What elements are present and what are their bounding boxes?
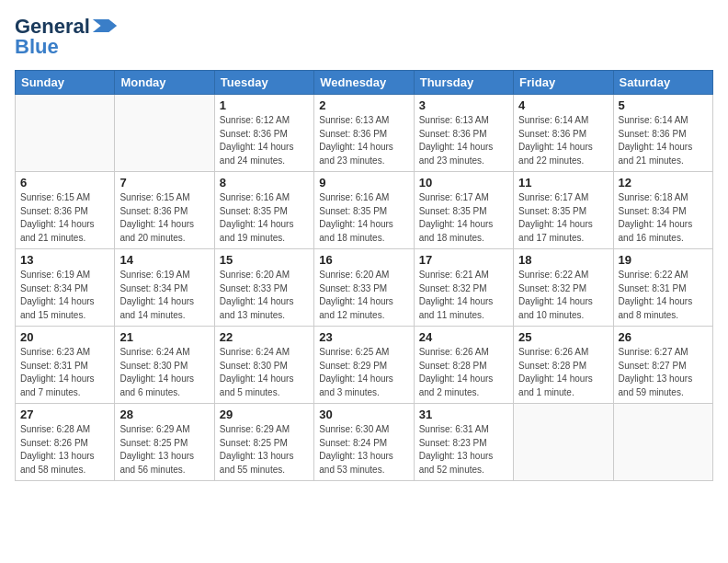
calendar-cell: 23Sunrise: 6:25 AM Sunset: 8:29 PM Dayli… xyxy=(314,327,414,404)
day-number: 29 xyxy=(220,408,309,421)
calendar-cell: 29Sunrise: 6:29 AM Sunset: 8:25 PM Dayli… xyxy=(214,404,313,481)
logo-arrow-icon xyxy=(92,19,118,32)
week-row-4: 20Sunrise: 6:23 AM Sunset: 8:31 PM Dayli… xyxy=(16,327,713,404)
day-info: Sunrise: 6:16 AM Sunset: 8:35 PM Dayligh… xyxy=(319,191,408,245)
weekday-header-wednesday: Wednesday xyxy=(314,71,414,95)
day-number: 22 xyxy=(220,330,309,344)
calendar-cell xyxy=(115,95,214,172)
calendar-cell: 8Sunrise: 6:16 AM Sunset: 8:35 PM Daylig… xyxy=(214,172,313,249)
day-number: 7 xyxy=(119,176,209,190)
day-number: 30 xyxy=(319,408,408,421)
day-number: 18 xyxy=(518,253,608,267)
day-number: 31 xyxy=(419,408,508,421)
calendar-cell: 25Sunrise: 6:26 AM Sunset: 8:28 PM Dayli… xyxy=(514,327,613,404)
calendar-cell: 17Sunrise: 6:21 AM Sunset: 8:32 PM Dayli… xyxy=(414,249,513,327)
calendar-cell: 4Sunrise: 6:14 AM Sunset: 8:36 PM Daylig… xyxy=(514,95,613,172)
calendar-cell: 10Sunrise: 6:17 AM Sunset: 8:35 PM Dayli… xyxy=(414,172,513,249)
weekday-header-friday: Friday xyxy=(514,71,613,95)
day-number: 5 xyxy=(619,98,708,112)
calendar-cell xyxy=(613,404,712,481)
day-info: Sunrise: 6:19 AM Sunset: 8:34 PM Dayligh… xyxy=(119,269,209,322)
calendar-cell: 6Sunrise: 6:15 AM Sunset: 8:36 PM Daylig… xyxy=(16,172,115,249)
day-info: Sunrise: 6:18 AM Sunset: 8:34 PM Dayligh… xyxy=(619,191,708,245)
day-number: 14 xyxy=(119,253,209,267)
weekday-header-monday: Monday xyxy=(115,71,214,95)
day-info: Sunrise: 6:17 AM Sunset: 8:35 PM Dayligh… xyxy=(518,191,608,245)
day-info: Sunrise: 6:26 AM Sunset: 8:28 PM Dayligh… xyxy=(518,346,608,399)
day-info: Sunrise: 6:26 AM Sunset: 8:28 PM Dayligh… xyxy=(419,346,508,399)
day-info: Sunrise: 6:20 AM Sunset: 8:33 PM Dayligh… xyxy=(220,269,309,322)
day-info: Sunrise: 6:15 AM Sunset: 8:36 PM Dayligh… xyxy=(20,191,109,245)
day-info: Sunrise: 6:29 AM Sunset: 8:25 PM Dayligh… xyxy=(220,423,309,477)
logo-blue: Blue xyxy=(15,35,59,59)
calendar-cell: 24Sunrise: 6:26 AM Sunset: 8:28 PM Dayli… xyxy=(414,327,513,404)
day-info: Sunrise: 6:30 AM Sunset: 8:24 PM Dayligh… xyxy=(319,423,408,477)
day-info: Sunrise: 6:16 AM Sunset: 8:35 PM Dayligh… xyxy=(220,191,309,245)
day-info: Sunrise: 6:31 AM Sunset: 8:23 PM Dayligh… xyxy=(419,423,508,477)
day-number: 3 xyxy=(419,98,508,112)
day-info: Sunrise: 6:22 AM Sunset: 8:31 PM Dayligh… xyxy=(619,269,708,322)
day-number: 6 xyxy=(20,176,109,190)
weekday-header-row: SundayMondayTuesdayWednesdayThursdayFrid… xyxy=(16,71,713,95)
day-info: Sunrise: 6:28 AM Sunset: 8:26 PM Dayligh… xyxy=(20,423,109,477)
calendar-cell: 1Sunrise: 6:12 AM Sunset: 8:36 PM Daylig… xyxy=(214,95,313,172)
calendar-table: SundayMondayTuesdayWednesdayThursdayFrid… xyxy=(15,70,713,481)
day-info: Sunrise: 6:14 AM Sunset: 8:36 PM Dayligh… xyxy=(619,114,708,167)
weekday-header-sunday: Sunday xyxy=(16,71,115,95)
day-number: 23 xyxy=(319,330,408,344)
day-number: 12 xyxy=(619,176,708,190)
weekday-header-saturday: Saturday xyxy=(613,71,712,95)
calendar-cell: 9Sunrise: 6:16 AM Sunset: 8:35 PM Daylig… xyxy=(314,172,414,249)
calendar-cell: 31Sunrise: 6:31 AM Sunset: 8:23 PM Dayli… xyxy=(414,404,513,481)
calendar-cell: 28Sunrise: 6:29 AM Sunset: 8:25 PM Dayli… xyxy=(115,404,214,481)
day-info: Sunrise: 6:21 AM Sunset: 8:32 PM Dayligh… xyxy=(419,269,508,322)
day-info: Sunrise: 6:27 AM Sunset: 8:27 PM Dayligh… xyxy=(619,346,708,399)
day-info: Sunrise: 6:15 AM Sunset: 8:36 PM Dayligh… xyxy=(119,191,209,245)
week-row-3: 13Sunrise: 6:19 AM Sunset: 8:34 PM Dayli… xyxy=(16,249,713,327)
day-number: 25 xyxy=(518,330,608,344)
day-number: 4 xyxy=(518,98,608,112)
day-number: 2 xyxy=(319,98,408,112)
day-number: 20 xyxy=(20,330,109,344)
calendar-cell: 22Sunrise: 6:24 AM Sunset: 8:30 PM Dayli… xyxy=(214,327,313,404)
calendar-cell: 20Sunrise: 6:23 AM Sunset: 8:31 PM Dayli… xyxy=(16,327,115,404)
calendar-cell: 3Sunrise: 6:13 AM Sunset: 8:36 PM Daylig… xyxy=(414,95,513,172)
day-info: Sunrise: 6:23 AM Sunset: 8:31 PM Dayligh… xyxy=(20,346,109,399)
calendar-cell: 12Sunrise: 6:18 AM Sunset: 8:34 PM Dayli… xyxy=(613,172,712,249)
calendar-cell: 5Sunrise: 6:14 AM Sunset: 8:36 PM Daylig… xyxy=(613,95,712,172)
day-info: Sunrise: 6:20 AM Sunset: 8:33 PM Dayligh… xyxy=(319,269,408,322)
day-number: 26 xyxy=(619,330,708,344)
day-number: 28 xyxy=(119,408,209,421)
calendar-cell: 14Sunrise: 6:19 AM Sunset: 8:34 PM Dayli… xyxy=(115,249,214,327)
day-number: 27 xyxy=(20,408,109,421)
day-info: Sunrise: 6:29 AM Sunset: 8:25 PM Dayligh… xyxy=(119,423,209,477)
day-number: 8 xyxy=(220,176,309,190)
calendar-cell: 11Sunrise: 6:17 AM Sunset: 8:35 PM Dayli… xyxy=(514,172,613,249)
day-number: 13 xyxy=(20,253,109,267)
calendar-cell: 27Sunrise: 6:28 AM Sunset: 8:26 PM Dayli… xyxy=(16,404,115,481)
day-number: 21 xyxy=(119,330,209,344)
day-info: Sunrise: 6:17 AM Sunset: 8:35 PM Dayligh… xyxy=(419,191,508,245)
weekday-header-tuesday: Tuesday xyxy=(214,71,313,95)
day-number: 10 xyxy=(419,176,508,190)
calendar-cell: 30Sunrise: 6:30 AM Sunset: 8:24 PM Dayli… xyxy=(314,404,414,481)
day-info: Sunrise: 6:13 AM Sunset: 8:36 PM Dayligh… xyxy=(319,114,408,167)
calendar-cell: 26Sunrise: 6:27 AM Sunset: 8:27 PM Dayli… xyxy=(613,327,712,404)
day-number: 1 xyxy=(220,98,309,112)
weekday-header-thursday: Thursday xyxy=(414,71,513,95)
calendar-cell: 18Sunrise: 6:22 AM Sunset: 8:32 PM Dayli… xyxy=(514,249,613,327)
day-number: 24 xyxy=(419,330,508,344)
day-number: 11 xyxy=(518,176,608,190)
calendar-cell xyxy=(514,404,613,481)
calendar-cell: 16Sunrise: 6:20 AM Sunset: 8:33 PM Dayli… xyxy=(314,249,414,327)
day-info: Sunrise: 6:13 AM Sunset: 8:36 PM Dayligh… xyxy=(419,114,508,167)
day-info: Sunrise: 6:24 AM Sunset: 8:30 PM Dayligh… xyxy=(119,346,209,399)
day-info: Sunrise: 6:19 AM Sunset: 8:34 PM Dayligh… xyxy=(20,269,109,322)
page-header: General Blue xyxy=(15,15,713,59)
day-number: 19 xyxy=(619,253,708,267)
week-row-5: 27Sunrise: 6:28 AM Sunset: 8:26 PM Dayli… xyxy=(16,404,713,481)
calendar-cell: 7Sunrise: 6:15 AM Sunset: 8:36 PM Daylig… xyxy=(115,172,214,249)
calendar-cell: 21Sunrise: 6:24 AM Sunset: 8:30 PM Dayli… xyxy=(115,327,214,404)
calendar-cell: 15Sunrise: 6:20 AM Sunset: 8:33 PM Dayli… xyxy=(214,249,313,327)
calendar-cell: 2Sunrise: 6:13 AM Sunset: 8:36 PM Daylig… xyxy=(314,95,414,172)
